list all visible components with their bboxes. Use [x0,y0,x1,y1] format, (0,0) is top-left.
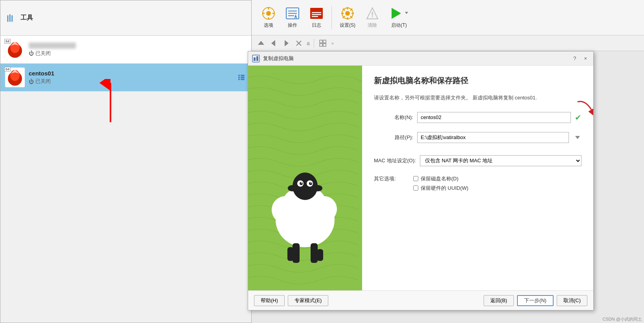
svg-rect-2 [11,15,13,22]
watermark: CSDN @小武的同土 [603,316,642,322]
sheep-svg [266,149,344,267]
svg-rect-82 [317,249,323,261]
nav-left-icon [270,39,278,47]
tools-icon [6,13,16,23]
mac-label: MAC 地址设定(O): [374,157,416,164]
machine-item-2[interactable]: 64 centos01 ⏻ 已关闭 [0,64,251,92]
svg-point-77 [301,182,302,184]
machine-badge-1: 64 [4,39,11,44]
svg-rect-57 [323,40,326,43]
cancel-button[interactable]: 取消(C) [557,295,587,306]
dialog-footer: 帮助(H) 专家模式(E) 返回(B) 下一步(N) 取消(C) [248,290,593,310]
preserve-disk-checkbox[interactable] [413,176,418,181]
green-arrow-annotation [574,98,593,117]
path-input[interactable] [417,132,569,143]
sec-btn-2[interactable] [268,38,279,49]
name-input[interactable] [417,112,571,123]
svg-marker-30 [294,14,297,19]
start-icon [389,6,403,20]
preserve-uuid-checkbox[interactable] [413,185,418,191]
svg-rect-16 [241,79,245,80]
name-form-row: 名称(N): ✔ [374,112,581,123]
toolbar-start-button[interactable]: 启动(T) [385,4,413,31]
dialog-description: 请设置名称，另外可根据需要选择文件夹。 新虚拟电脑将复制 centos01. [374,94,581,102]
machine-dots-icon[interactable] [237,73,247,82]
dialog-close-button[interactable]: × [581,55,589,62]
clone-dialog: 复制虚拟电脑 ? × [248,51,594,310]
svg-point-48 [372,17,373,18]
name-label: 名称(N): [374,114,413,121]
dialog-title-icon [252,55,260,62]
svg-rect-56 [320,40,322,43]
machine-icon-1: 64 [5,40,25,59]
back-button[interactable]: 返回(B) [484,295,514,306]
machine-name-2: centos01 [29,70,233,77]
sec-btn-1[interactable] [256,38,267,49]
sec-grid-btn[interactable] [317,38,328,49]
next-button[interactable]: 下一步(N) [517,295,554,306]
toolbar-log-button[interactable]: 日志 [305,4,328,31]
toolbar-actions-button[interactable]: 操作 [282,4,304,31]
close-small-icon [295,39,303,47]
preserve-disk-label: 保留磁盘名称(D) [421,175,458,182]
svg-marker-52 [271,40,275,46]
toolbar-options-button[interactable]: 选项 [258,4,280,31]
sec-more: » [331,41,334,46]
sec-btn-3[interactable] [281,38,292,49]
path-dropdown-icon[interactable] [574,132,581,143]
grid-icon [319,39,327,47]
mac-form-row: MAC 地址设定(O): 仅包含 NAT 网卡的 MAC 地址 [374,155,581,166]
svg-rect-81 [287,247,294,261]
svg-point-69 [289,212,321,243]
left-header: 工具 [0,0,251,36]
log-label: 日志 [312,22,321,29]
left-panel: 工具 64 ⏻ 已关闭 [0,0,252,323]
machine-item-1[interactable]: 64 ⏻ 已关闭 [0,36,251,64]
svg-rect-1 [9,14,11,22]
dialog-sheep-image [248,66,362,290]
svg-point-37 [345,11,350,16]
left-panel-title: 工具 [20,14,33,22]
svg-rect-12 [238,77,240,78]
secondary-toolbar: a » [252,35,644,51]
svg-point-71 [288,185,297,191]
dialog-help-button[interactable]: ? [571,55,578,62]
sec-btn-x[interactable] [293,38,304,49]
power-icon-1: ⏻ [29,50,34,56]
sec-sep [314,39,314,48]
machine-icon-2: 64 [5,68,25,87]
toolbar-settings-button[interactable]: 设置(S) [336,4,359,31]
machine-actions [237,73,247,82]
dialog-body: 新虚拟电脑名称和保存路径 请设置名称，另外可根据需要选择文件夹。 新虚拟电脑将复… [248,66,593,290]
svg-point-21 [266,11,271,16]
start-label: 启动(T) [391,22,407,29]
mac-select[interactable]: 仅包含 NAT 网卡的 MAC 地址 [420,155,581,166]
nav-up-icon [257,39,265,47]
power-icon-2: ⏻ [29,79,34,84]
toolbar-sep-1 [331,6,332,29]
checkbox-group: 保留磁盘名称(D) 保留硬件的 UUID(W) [413,175,468,192]
dialog-controls: ? × [571,55,589,62]
checkbox-row-1: 保留磁盘名称(D) [413,175,468,182]
svg-marker-51 [258,41,264,45]
svg-rect-61 [254,57,256,61]
machine-badge-2: 64 [4,67,11,72]
status-text-1: 已关闭 [35,50,51,57]
clear-icon [365,6,379,20]
status-text-2: 已关闭 [35,78,51,85]
svg-point-78 [311,182,312,184]
preserve-uuid-label: 保留硬件的 UUID(W) [421,185,468,192]
expert-mode-button[interactable]: 专家模式(E) [288,295,328,306]
svg-rect-62 [256,56,258,61]
svg-point-72 [313,185,322,191]
machine-info-1: ⏻ 已关闭 [29,42,247,57]
log-icon [309,6,324,20]
help-button[interactable]: 帮助(H) [254,295,285,306]
toolbar-clear-button[interactable]: 清除 [361,4,383,31]
svg-marker-49 [392,8,401,19]
options-icon [261,6,276,20]
dialog-title: 复制虚拟电脑 [263,55,568,62]
path-form-row: 路径(P): [374,132,581,143]
svg-rect-14 [241,75,245,76]
options-label: 其它选项: [374,175,405,182]
